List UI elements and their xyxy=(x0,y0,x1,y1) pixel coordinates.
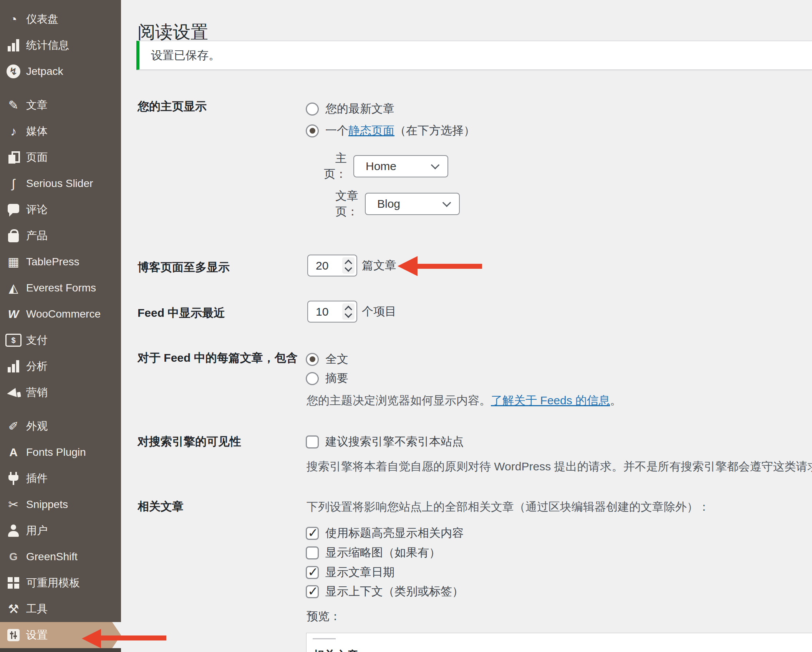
spinner-down-icon[interactable] xyxy=(345,264,352,272)
related-posts-intro: 下列设置将影响您站点上的全部相关文章（通过区块编辑器创建的文章除外）： xyxy=(307,499,710,515)
sidebar-item-label: 统计信息 xyxy=(26,38,69,53)
tools-icon: ⚒ xyxy=(5,600,22,618)
posts-page-select[interactable]: Blog xyxy=(365,193,460,215)
sidebar-item-label: 评论 xyxy=(26,202,48,217)
payments-icon: $ xyxy=(5,331,22,349)
sidebar-separator xyxy=(0,84,121,92)
related-option-row: 显示上下文（类别或标签） xyxy=(306,584,464,599)
blog-pages-input-row: 20 篇文章 xyxy=(307,255,396,276)
sidebar-item-pages[interactable]: 页面 xyxy=(0,144,121,170)
search-engine-checkbox-label: 建议搜索引擎不索引本站点 xyxy=(325,434,464,450)
static-page-radio[interactable] xyxy=(306,124,319,137)
related-posts-label: 相关文章 xyxy=(138,499,184,515)
sidebar-item-label: 营销 xyxy=(26,385,48,400)
sidebar-bottom-strip xyxy=(0,648,121,652)
feed-items-input-row: 10 个项目 xyxy=(307,301,396,323)
related-option-row: 显示缩略图（如果有） xyxy=(306,545,441,561)
appearance-icon: ✐ xyxy=(5,417,22,435)
summary-radio[interactable] xyxy=(306,372,319,385)
dashboard-icon: ◔ xyxy=(5,10,22,28)
homepage-display-label: 您的主页显示 xyxy=(138,99,207,114)
sidebar-item-products[interactable]: 产品 xyxy=(0,223,121,249)
show-context-label: 显示上下文（类别或标签） xyxy=(325,584,464,599)
everest-forms-icon: ◭ xyxy=(5,279,22,297)
comments-icon xyxy=(5,201,22,218)
sidebar-item-snippets[interactable]: ✂Snippets xyxy=(0,491,121,518)
sidebar: ◔仪表盘统计信息↯Jetpack✎文章♪媒体页面∫Serious Slider评… xyxy=(0,0,121,652)
sidebar-item-media[interactable]: ♪媒体 xyxy=(0,118,121,144)
show-context-checkbox[interactable] xyxy=(306,585,319,598)
show-thumbnail-checkbox[interactable] xyxy=(306,546,319,559)
sidebar-item-label: 仪表盘 xyxy=(26,12,58,26)
sidebar-item-label: 支付 xyxy=(26,333,48,348)
sidebar-item-label: 可重用模板 xyxy=(26,576,80,590)
blog-pages-spinner[interactable] xyxy=(342,257,355,274)
feed-items-count-value: 10 xyxy=(316,305,328,318)
sidebar-item-label: 用户 xyxy=(26,523,48,538)
homepage-select-row: 主页： Home xyxy=(313,155,448,177)
blog-pages-label: 博客页面至多显示 xyxy=(138,260,230,275)
sidebar-item-payments[interactable]: $支付 xyxy=(0,327,121,353)
search-engine-checkbox[interactable] xyxy=(306,435,319,448)
sidebar-item-slider[interactable]: ∫Serious Slider xyxy=(0,170,121,197)
tablepress-icon: ▦ xyxy=(5,253,22,271)
blog-pages-unit-label: 篇文章 xyxy=(362,258,396,273)
show-date-checkbox[interactable] xyxy=(306,566,319,579)
sidebar-item-stats[interactable]: 统计信息 xyxy=(0,32,121,58)
blog-pages-count-value: 20 xyxy=(316,259,328,272)
sidebar-item-settings[interactable]: 设置 xyxy=(0,622,121,648)
static-page-link[interactable]: 静态页面 xyxy=(348,124,394,137)
feeds-info-link[interactable]: 了解关于 Feeds 的信息 xyxy=(491,394,610,407)
feed-items-spinner[interactable] xyxy=(342,303,355,320)
sidebar-item-label: 工具 xyxy=(26,602,48,616)
full-text-label: 全文 xyxy=(325,351,348,367)
sidebar-item-users[interactable]: 用户 xyxy=(0,518,121,544)
sidebar-item-tools[interactable]: ⚒工具 xyxy=(0,596,121,622)
sidebar-item-marketing[interactable]: 营销 xyxy=(0,379,121,405)
sidebar-item-label: Everest Forms xyxy=(26,282,96,294)
sidebar-item-jetpack[interactable]: ↯Jetpack xyxy=(0,58,121,84)
sidebar-item-plugins[interactable]: 插件 xyxy=(0,465,121,491)
marketing-icon xyxy=(5,384,22,401)
blog-pages-count-input[interactable]: 20 xyxy=(307,255,357,276)
sidebar-item-label: 媒体 xyxy=(26,124,48,139)
posts-page-select-label: 文章页： xyxy=(313,188,358,220)
search-engine-note: 搜索引擎将本着自觉自愿的原则对待 WordPress 提出的请求。并不是所有搜索… xyxy=(307,459,812,475)
woocommerce-icon: W xyxy=(5,305,22,323)
sidebar-item-label: Fonts Plugin xyxy=(26,446,86,458)
feed-items-count-input[interactable]: 10 xyxy=(307,301,357,323)
sidebar-item-posts[interactable]: ✎文章 xyxy=(0,92,121,118)
sidebar-item-label: 设置 xyxy=(26,628,48,642)
sidebar-item-tablepress[interactable]: ▦TablePress xyxy=(0,249,121,275)
sidebar-item-comments[interactable]: 评论 xyxy=(0,197,121,223)
red-arrow-blog-count-tail xyxy=(418,264,482,269)
feed-items-label: Feed 中显示最近 xyxy=(138,305,225,321)
radio-static-page-row: 一个静态页面（在下方选择） xyxy=(306,123,475,139)
spinner-down-icon[interactable] xyxy=(345,310,352,318)
notice-message: 设置已保存。 xyxy=(151,48,220,63)
reusable-templates-icon xyxy=(5,574,22,592)
sidebar-item-fonts-plugin[interactable]: AFonts Plugin xyxy=(0,439,121,465)
radio-full-text-row: 全文 xyxy=(306,351,348,367)
posts-page-select-value: Blog xyxy=(377,197,400,210)
latest-posts-label: 您的最新文章 xyxy=(325,101,394,117)
analytics-icon xyxy=(5,357,22,375)
sidebar-item-woocommerce[interactable]: WWooCommerce xyxy=(0,301,121,327)
full-text-radio[interactable] xyxy=(306,353,319,366)
highlight-title-checkbox[interactable] xyxy=(306,527,319,540)
sidebar-item-label: 外观 xyxy=(26,419,48,434)
plugins-icon xyxy=(5,470,22,487)
red-arrow-blog-count-head xyxy=(398,256,418,276)
products-icon xyxy=(5,227,22,245)
posts-page-select-row: 文章页： Blog xyxy=(313,193,460,215)
success-notice: 设置已保存。 xyxy=(136,41,812,70)
sidebar-item-label: 文章 xyxy=(26,98,48,113)
sidebar-item-everest-forms[interactable]: ◭Everest Forms xyxy=(0,275,121,301)
sidebar-item-appearance[interactable]: ✐外观 xyxy=(0,413,121,439)
sidebar-item-greenshift[interactable]: GGreenShift xyxy=(0,544,121,570)
latest-posts-radio[interactable] xyxy=(306,103,319,116)
sidebar-item-analytics[interactable]: 分析 xyxy=(0,353,121,379)
homepage-select[interactable]: Home xyxy=(353,155,448,177)
sidebar-item-reusable-templates[interactable]: 可重用模板 xyxy=(0,570,121,596)
sidebar-item-dashboard[interactable]: ◔仪表盘 xyxy=(0,6,121,32)
